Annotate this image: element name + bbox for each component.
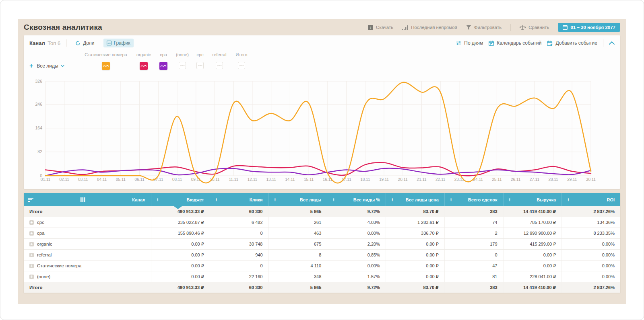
- column-menu-icon[interactable]: ⋮: [508, 197, 512, 202]
- legend-series-toggle-icon[interactable]: [102, 62, 110, 70]
- tab-shares[interactable]: Доли: [72, 39, 97, 47]
- column-header-6[interactable]: ⋮Всего сделок: [444, 193, 503, 206]
- by-days-button[interactable]: По дням: [456, 40, 483, 46]
- cell-value: 0.00 ₽: [386, 239, 444, 249]
- metric-selector[interactable]: Все лиды: [37, 63, 64, 69]
- cell-value: 1.57%: [327, 271, 386, 282]
- column-header-3[interactable]: ⋮Все лиды: [268, 193, 327, 206]
- svg-text:30.11: 30.11: [586, 177, 596, 182]
- cell-value: 785 170.00 ₽: [503, 217, 562, 228]
- svg-text:13.11: 13.11: [266, 177, 277, 182]
- cell-value: 60 330: [210, 282, 268, 293]
- svg-text:22.11: 22.11: [436, 177, 446, 182]
- column-menu-icon[interactable]: ⋮: [449, 197, 453, 202]
- attribution-model-button[interactable]: Последний непрямой: [402, 25, 457, 30]
- calendar-plus-icon: [547, 41, 553, 46]
- leads-by-day-line-chart: 01.1102.1103.1104.1105.1106.1107.1108.11…: [24, 76, 620, 188]
- tab-chart[interactable]: График: [103, 39, 134, 47]
- cell-value: 5 865: [268, 206, 327, 217]
- svg-text:0: 0: [40, 173, 42, 178]
- download-button[interactable]: ↓ Скачать: [368, 25, 393, 30]
- table-row-total: Итого490 913.33 ₽60 3305 8659.72%83.70 ₽…: [24, 206, 620, 217]
- row-label: (none): [37, 274, 50, 279]
- add-metric-icon[interactable]: +: [29, 63, 33, 69]
- column-label: Бюджет: [187, 197, 204, 202]
- chart-legend: + Все лиды Статические номераorganiccpa(…: [24, 48, 620, 76]
- cell-value: 336.70 ₽: [386, 228, 444, 238]
- cell-value: 940: [210, 250, 268, 260]
- svg-text:11.11: 11.11: [229, 177, 238, 182]
- table-row: +(none)0.00 ₽22 1603481.57%0.00 ₽81228 0…: [24, 271, 620, 282]
- column-header-2[interactable]: ⋮Клики: [210, 193, 268, 206]
- page-title: Сквозная аналитика: [24, 23, 102, 32]
- column-menu-icon[interactable]: ⋮: [214, 197, 219, 202]
- cell-value: 47: [444, 261, 503, 271]
- cell-value: 4 110: [268, 261, 327, 271]
- column-header-4[interactable]: ⋮Все лиды %: [327, 193, 386, 206]
- column-header-1[interactable]: ⋮Бюджет: [151, 193, 210, 206]
- compare-button[interactable]: Сравнить: [520, 25, 549, 30]
- cell-value: 0.00 ₽: [386, 261, 444, 271]
- svg-text:12.11: 12.11: [248, 177, 258, 182]
- column-header-8[interactable]: ⋮ROI: [561, 193, 620, 206]
- row-label-cell: +referral: [24, 250, 151, 260]
- table-filter-icon[interactable]: [28, 197, 34, 202]
- sort-indicator: [174, 206, 182, 209]
- table-row: +cpa155 890.46 ₽04630.00%336.70 ₽212 990…: [24, 228, 620, 238]
- calendar-grid-icon: [489, 41, 494, 46]
- legend-series-toggle-icon[interactable]: [238, 62, 245, 69]
- expand-row-icon[interactable]: +: [29, 220, 34, 225]
- cell-value: 0.00%: [561, 261, 620, 271]
- column-header-0[interactable]: Канал: [24, 193, 151, 206]
- line-chart-icon: [107, 41, 111, 45]
- row-label-cell: +organic: [24, 239, 151, 249]
- channels-table: Канал⋮Бюджет⋮Клики⋮Все лиды⋮Все лиды %⋮В…: [24, 193, 620, 293]
- svg-text:28.11: 28.11: [548, 177, 558, 182]
- expand-row-icon[interactable]: +: [29, 253, 34, 257]
- svg-text:05.11: 05.11: [116, 177, 126, 182]
- panel-header: Сквозная аналитика ↓ Скачать Последний н…: [24, 19, 620, 35]
- table-header: Канал⋮Бюджет⋮Клики⋮Все лиды⋮Все лиды %⋮В…: [24, 193, 620, 206]
- cell-value: 5 865: [268, 282, 327, 293]
- cell-value: 12 990 900.00 ₽: [503, 228, 562, 238]
- svg-text:82: 82: [37, 149, 42, 154]
- calendar-icon: [563, 25, 568, 30]
- collapse-chevron-up-icon[interactable]: [609, 41, 615, 45]
- column-menu-icon[interactable]: ⋮: [155, 197, 160, 202]
- svg-text:08.11: 08.11: [172, 177, 182, 182]
- cell-value: 0.00 ₽: [151, 271, 210, 282]
- column-menu-icon[interactable]: ⋮: [331, 197, 336, 202]
- cell-value: 0.00%: [561, 271, 620, 282]
- add-event-button[interactable]: Добавить событие: [547, 40, 597, 46]
- table-row: +cpc335 022.87 ₽6 4822614.03%1 283.61 ₽7…: [24, 217, 620, 228]
- filter-button[interactable]: Фильтровать: [466, 25, 502, 30]
- column-menu-icon[interactable]: ⋮: [273, 197, 277, 202]
- column-header-5[interactable]: ⋮Все лиды цена: [386, 193, 444, 206]
- column-label: Все лиды %: [353, 197, 380, 202]
- row-label-cell: +Статические номера: [24, 261, 151, 271]
- expand-row-icon[interactable]: +: [29, 264, 34, 268]
- expand-row-icon[interactable]: +: [29, 242, 34, 246]
- row-label: referral: [37, 252, 52, 257]
- date-range-button[interactable]: 01 – 30 ноября 2077: [558, 23, 620, 32]
- download-icon: ↓: [368, 25, 373, 30]
- expand-row-icon[interactable]: +: [29, 231, 34, 236]
- column-label: Выручка: [537, 197, 556, 202]
- expand-row-icon[interactable]: +: [29, 275, 34, 279]
- column-menu-icon[interactable]: ⋮: [390, 197, 394, 202]
- table-row: +referral0.00 ₽94080.85%0.00 ₽00.00 ₽0.0…: [24, 249, 620, 260]
- svg-text:29.11: 29.11: [567, 177, 577, 182]
- table-columns-icon[interactable]: [80, 197, 85, 202]
- column-menu-icon[interactable]: ⋮: [566, 197, 570, 202]
- cell-value: 0.00 ₽: [386, 250, 444, 260]
- toolbar-divider: [510, 24, 511, 31]
- cell-value: 0.00%: [561, 250, 620, 260]
- row-label-cell: Итого: [24, 206, 151, 217]
- events-calendar-button[interactable]: Календарь событий: [489, 40, 541, 46]
- cell-value: 30 748: [210, 239, 268, 249]
- cell-value: 14 419 410.00 ₽: [503, 282, 562, 293]
- table-row: +organic0.00 ₽30 7486752.20%0.00 ₽179415…: [24, 238, 620, 249]
- cell-value: 4.03%: [327, 217, 386, 228]
- column-header-7[interactable]: ⋮Выручка: [503, 193, 562, 206]
- entity-top-label: Топ 6: [47, 40, 60, 46]
